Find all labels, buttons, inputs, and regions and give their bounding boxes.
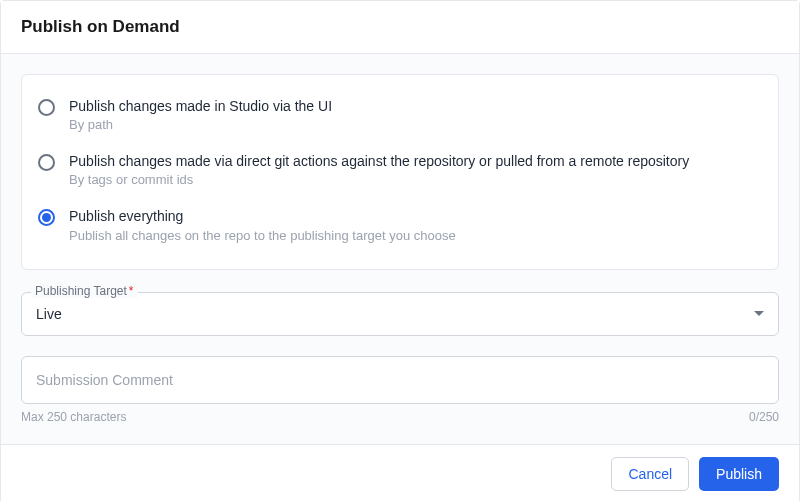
publish-dialog: Publish on Demand Publish changes made i… bbox=[0, 0, 800, 501]
option-publish-by-git[interactable]: Publish changes made via direct git acti… bbox=[38, 142, 762, 197]
option-sublabel: By tags or commit ids bbox=[69, 172, 689, 187]
submission-comment-input[interactable]: Submission Comment bbox=[21, 356, 779, 404]
chevron-down-icon bbox=[754, 311, 764, 316]
publish-button[interactable]: Publish bbox=[699, 457, 779, 491]
max-chars-label: Max 250 characters bbox=[21, 410, 126, 424]
comment-counter-row: Max 250 characters 0/250 bbox=[21, 410, 779, 424]
option-text: Publish changes made via direct git acti… bbox=[69, 152, 689, 187]
option-publish-by-path[interactable]: Publish changes made in Studio via the U… bbox=[38, 87, 762, 142]
dialog-header: Publish on Demand bbox=[1, 1, 799, 54]
option-publish-everything[interactable]: Publish everything Publish all changes o… bbox=[38, 197, 762, 252]
dialog-footer: Cancel Publish bbox=[1, 444, 799, 501]
option-text: Publish changes made in Studio via the U… bbox=[69, 97, 332, 132]
label-text: Publishing Target bbox=[35, 284, 127, 298]
option-label: Publish changes made via direct git acti… bbox=[69, 152, 689, 170]
option-label: Publish everything bbox=[69, 207, 456, 225]
dialog-title: Publish on Demand bbox=[21, 17, 779, 37]
option-text: Publish everything Publish all changes o… bbox=[69, 207, 456, 242]
publishing-target-select[interactable]: Live bbox=[21, 292, 779, 336]
radio-icon bbox=[38, 154, 55, 171]
publishing-target-label: Publishing Target* bbox=[31, 284, 138, 298]
char-counter: 0/250 bbox=[749, 410, 779, 424]
publishing-target-field: Publishing Target* Live bbox=[21, 292, 779, 336]
radio-icon bbox=[38, 99, 55, 116]
cancel-button[interactable]: Cancel bbox=[611, 457, 689, 491]
option-sublabel: By path bbox=[69, 117, 332, 132]
required-indicator: * bbox=[129, 284, 134, 298]
option-label: Publish changes made in Studio via the U… bbox=[69, 97, 332, 115]
publish-options-card: Publish changes made in Studio via the U… bbox=[21, 74, 779, 270]
option-sublabel: Publish all changes on the repo to the p… bbox=[69, 228, 456, 243]
placeholder-text: Submission Comment bbox=[36, 372, 173, 388]
select-value: Live bbox=[36, 306, 62, 322]
radio-icon bbox=[38, 209, 55, 226]
dialog-body: Publish changes made in Studio via the U… bbox=[1, 54, 799, 444]
